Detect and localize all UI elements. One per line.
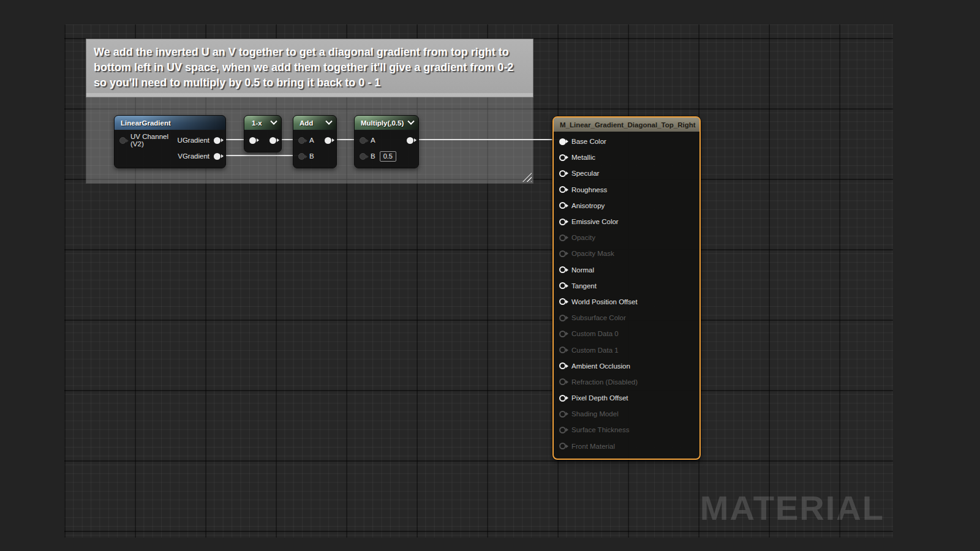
node-multiply[interactable]: Multiply(,0.5) A B 0.5 [354,115,419,168]
row-uv-channel: UV Channel (V2) UGradient [115,132,225,148]
chevron-down-icon[interactable] [407,118,414,124]
normal-pin[interactable] [559,266,566,273]
custom-data-0-pin[interactable] [559,331,566,337]
surface-thickness-pin[interactable] [559,427,566,433]
material-pin-label: Base Color [571,138,606,145]
shading-model-pin[interactable] [559,411,566,418]
add-a-label: A [309,137,314,144]
material-pin-list: Base ColorMetallicSpecularRoughnessAniso… [554,132,699,459]
add-output-pin[interactable] [325,137,331,144]
material-pin-label: Front Material [571,443,615,450]
node-one-minus-x-title: 1-x [252,119,262,127]
multiply-a-input-pin[interactable] [360,137,366,144]
material-pin-row-metallic: Metallic [554,149,699,165]
ambient-occlusion-pin[interactable] [559,362,566,369]
row-multiply-a: A [355,132,418,148]
material-pin-label: Normal [571,266,594,274]
wire-vgradient-to-add-b[interactable] [222,155,301,156]
material-pin-row-subsurface-color: Subsurface Color [554,310,699,326]
comment-header[interactable]: We add the inverted U an V together to g… [86,39,533,97]
metallic-pin[interactable] [559,154,566,161]
comment-text: We add the inverted U an V together to g… [94,45,526,91]
ugradient-output-pin[interactable] [214,137,221,144]
specular-pin[interactable] [559,170,566,177]
material-pin-row-tangent: Tangent [554,278,699,294]
refraction-disabled-pin[interactable] [559,378,566,385]
node-linear-gradient-title: LinearGradient [121,119,171,127]
material-pin-label: Emissive Color [571,218,619,225]
node-linear-gradient-header[interactable]: LinearGradient [115,116,225,130]
custom-data-1-pin[interactable] [559,347,566,353]
material-pin-label: World Position Offset [571,298,638,305]
multiply-output-pin[interactable] [407,137,413,144]
node-multiply-title: Multiply(,0.5) [361,119,404,127]
material-pin-label: Custom Data 1 [571,347,619,354]
wire-multiply-to-basecolor[interactable] [413,139,563,140]
material-pin-row-normal: Normal [554,262,699,278]
material-pin-label: Tangent [571,282,597,290]
material-pin-label: Subsurface Color [571,314,626,321]
add-b-label: B [309,152,314,160]
tangent-pin[interactable] [559,282,566,289]
emissive-color-pin[interactable] [559,219,566,225]
add-b-input-pin[interactable] [298,153,305,160]
material-node-title: M_Linear_Gradient_Diagonal_Top_Right [560,121,696,129]
material-pin-row-roughness: Roughness [554,182,699,198]
subsurface-color-pin[interactable] [559,315,566,321]
multiply-b-label: B [371,152,375,160]
material-pin-row-pixel-depth-offset: Pixel Depth Offset [554,390,699,406]
front-material-pin[interactable] [559,443,566,449]
chevron-down-icon[interactable] [270,118,277,124]
anisotropy-pin[interactable] [559,202,566,209]
comment-resize-handle[interactable] [522,173,532,182]
opacity-pin[interactable] [559,234,566,241]
material-pin-label: Surface Thickness [571,426,629,433]
ugradient-label: UGradient [178,137,209,144]
chevron-down-icon[interactable] [325,118,332,124]
multiply-b-value-input[interactable]: 0.5 [380,151,396,162]
material-pin-row-custom-data-0: Custom Data 0 [554,326,699,342]
material-pin-row-ambient-occlusion: Ambient Occlusion [554,358,699,374]
node-one-minus-x[interactable]: 1-x [244,115,282,152]
material-pin-label: Metallic [571,154,595,161]
row-add-b: B [293,148,336,164]
material-pin-row-shading-model: Shading Model [554,406,699,422]
node-linear-gradient[interactable]: LinearGradient UV Channel (V2) UGradient… [114,115,226,168]
uv-channel-input-pin[interactable] [119,137,126,144]
node-add-title: Add [300,119,313,127]
one-minus-x-output-pin[interactable] [270,137,276,144]
node-one-minus-x-header[interactable]: 1-x [244,116,281,130]
row-multiply-b: B 0.5 [355,148,418,164]
one-minus-x-input-pin[interactable] [249,137,256,144]
material-watermark: MATERIAL [700,488,884,528]
node-multiply-header[interactable]: Multiply(,0.5) [355,116,418,130]
uv-channel-label: UV Channel (V2) [130,133,169,148]
node-material-result[interactable]: M_Linear_Gradient_Diagonal_Top_Right Bas… [552,116,701,460]
material-pin-row-world-position-offset: World Position Offset [554,294,699,310]
material-pin-row-refraction-disabled: Refraction (Disabled) [554,374,699,390]
material-pin-label: Shading Model [571,410,619,418]
multiply-b-input-pin[interactable] [360,153,366,160]
material-pin-row-front-material: Front Material [554,438,699,454]
material-pin-label: Anisotropy [571,202,605,209]
material-pin-row-opacity: Opacity [554,230,699,246]
vgradient-output-pin[interactable] [214,153,221,160]
material-node-header[interactable]: M_Linear_Gradient_Diagonal_Top_Right [554,118,699,132]
material-pin-row-surface-thickness: Surface Thickness [554,422,699,438]
base-color-pin[interactable] [559,138,566,145]
add-a-input-pin[interactable] [298,137,305,144]
opacity-mask-pin[interactable] [559,250,566,257]
world-position-offset-pin[interactable] [559,298,566,305]
node-add-header[interactable]: Add [293,116,336,130]
node-add[interactable]: Add A B [293,115,337,168]
material-pin-label: Opacity Mask [571,250,614,257]
material-pin-label: Refraction (Disabled) [571,378,638,386]
row-add-a: A [293,132,336,148]
material-pin-label: Roughness [571,186,607,193]
material-pin-row-emissive-color: Emissive Color [554,214,699,230]
material-pin-row-opacity-mask: Opacity Mask [554,246,699,261]
material-pin-row-custom-data-1: Custom Data 1 [554,342,699,358]
material-pin-row-anisotropy: Anisotropy [554,198,699,214]
roughness-pin[interactable] [559,186,566,193]
pixel-depth-offset-pin[interactable] [559,395,566,402]
